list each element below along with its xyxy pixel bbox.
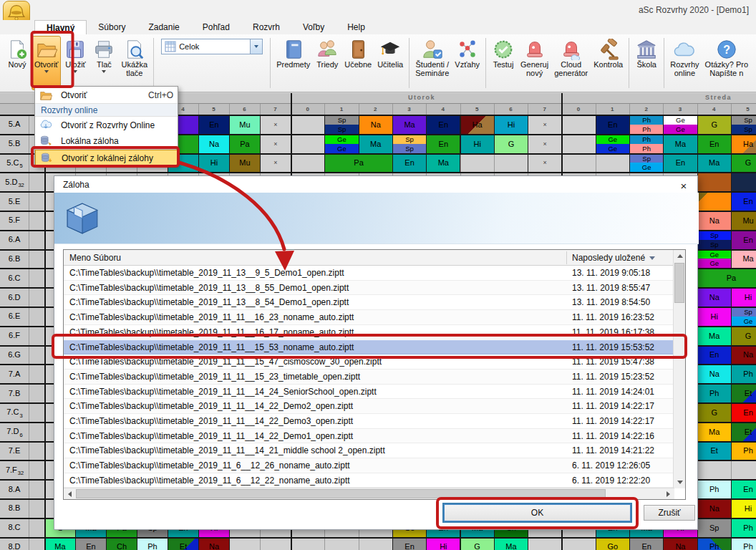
ok-button[interactable]: OK — [444, 504, 631, 521]
menu-item-open-online[interactable]: Otvoriť z Rozvrhy Online — [35, 117, 178, 133]
timetable-cell[interactable]: PhPh — [629, 134, 664, 154]
timetable-cell[interactable]: Et — [168, 537, 199, 550]
scroll-up-icon[interactable] — [674, 250, 686, 262]
timetable-cell[interactable] — [697, 172, 732, 192]
relations-button[interactable]: Vzťahy — [452, 36, 483, 90]
timetable-cell[interactable]: Ha — [731, 134, 756, 154]
tab-hlavný[interactable]: Hlavný — [34, 20, 87, 34]
timetable-cell[interactable]: Ch — [106, 537, 137, 550]
timetable-cell[interactable]: SpGe — [731, 307, 756, 327]
tab-zadanie[interactable]: Zadanie — [137, 20, 190, 34]
timetables-online-button[interactable]: Rozvrhyonline — [667, 36, 702, 90]
timetable-cell[interactable]: × — [528, 153, 562, 173]
timetable-cell[interactable]: Ph — [731, 364, 756, 384]
horizontal-scrollbar[interactable] — [64, 488, 674, 499]
timetable-cell[interactable]: En — [426, 134, 460, 154]
print-preview-button[interactable]: Ukážkatlače — [118, 36, 150, 90]
timetable-cell[interactable]: En — [697, 134, 732, 154]
file-row[interactable]: C:\TimeTables\backup\\timetable_2019_11_… — [64, 385, 674, 400]
cancel-button[interactable]: Zrušiť — [644, 505, 695, 521]
timetable-cell[interactable]: × — [260, 153, 291, 173]
file-row[interactable]: C:\TimeTables\backup\\timetable_2019_11_… — [64, 473, 674, 488]
timetable-cell[interactable]: × — [528, 134, 562, 154]
classes-button[interactable]: Triedy — [313, 36, 341, 90]
timetable-cell[interactable]: × — [260, 134, 291, 154]
timetable-cell[interactable]: En — [731, 402, 756, 423]
file-row[interactable]: C:\TimeTables\backup\\timetable_2019_11_… — [64, 281, 674, 296]
timetable-cell[interactable]: Et — [731, 422, 756, 442]
timetable-cell[interactable]: En — [731, 191, 756, 211]
students-seminars-button[interactable]: Študenti /Semináre — [412, 36, 452, 90]
timetable-cell[interactable]: × — [528, 115, 562, 135]
scroll-right-icon[interactable] — [662, 488, 674, 500]
timetable-cell[interactable]: Ph — [697, 537, 732, 550]
open-button[interactable]: Otvoriť — [32, 36, 61, 90]
scroll-left-icon[interactable] — [64, 488, 76, 500]
print-button[interactable]: Tlač — [89, 36, 118, 90]
timetable-cell[interactable]: Ph — [697, 479, 732, 499]
timetable-cell[interactable]: Pa — [697, 268, 756, 288]
school-button[interactable]: Škola — [632, 36, 661, 90]
timetable-cell[interactable]: G — [494, 134, 528, 154]
timetable-cell[interactable]: En — [663, 153, 697, 173]
timetable-cell[interactable]: Na — [663, 537, 697, 550]
view-select-combobox[interactable]: Celok — [161, 39, 263, 54]
timetable-cell[interactable]: G — [460, 537, 495, 550]
chevron-down-icon[interactable] — [250, 39, 262, 54]
teachers-button[interactable]: Učitelia — [374, 36, 406, 90]
timetable-cell[interactable]: Hi — [731, 287, 756, 307]
timetable-cell[interactable]: Ph — [697, 383, 732, 403]
subjects-button[interactable]: Predmety — [273, 36, 313, 90]
timetable-cell[interactable]: SpSp — [731, 115, 756, 135]
timetable-cell[interactable]: Et — [731, 383, 756, 403]
timetable-cell[interactable]: Ma — [44, 537, 76, 550]
timetable-cell[interactable]: Pa — [229, 134, 261, 154]
timetable-cell[interactable]: Mu — [229, 153, 261, 173]
timetable-cell[interactable]: G — [731, 153, 756, 173]
timetable-cell[interactable]: Na — [359, 115, 393, 135]
timetable-cell[interactable]: G — [697, 402, 732, 423]
timetable-cell[interactable]: En — [731, 479, 756, 499]
timetable-cell[interactable]: Ph — [731, 518, 756, 538]
file-row[interactable]: C:\TimeTables\backup\\timetable_2019_11_… — [64, 399, 674, 414]
close-icon[interactable]: × — [677, 179, 690, 192]
timetable-cell[interactable]: G — [731, 326, 756, 346]
timetable-cell[interactable]: En — [75, 537, 107, 550]
tab-pohľad[interactable]: Pohľad — [191, 20, 241, 34]
timetable-cell[interactable]: Et — [697, 441, 732, 461]
classrooms-button[interactable]: Učebne — [341, 36, 374, 90]
file-row[interactable]: C:\TimeTables\backup\\timetable_2019_11_… — [64, 266, 674, 281]
timetable-cell[interactable]: Go — [596, 537, 630, 550]
tab-voľby[interactable]: Voľby — [291, 20, 336, 34]
sort-desc-icon[interactable] — [649, 256, 655, 260]
timetable-cell[interactable]: Ma — [697, 153, 732, 173]
save-button[interactable]: Uložiť — [61, 36, 89, 90]
timetable-cell[interactable]: Na — [697, 287, 732, 307]
timetable-cell[interactable]: SpSp — [392, 134, 427, 154]
file-row[interactable]: C:\TimeTables\backup\\timetable_2019_11_… — [64, 458, 674, 473]
timetable-cell[interactable]: Ma — [359, 134, 393, 154]
timetable-cell[interactable]: Mu — [229, 115, 261, 135]
timetable-cell[interactable]: Pa — [324, 153, 393, 173]
tab-súbory[interactable]: Súbory — [87, 20, 137, 34]
timetable-cell[interactable]: Mu — [731, 211, 756, 231]
file-row[interactable]: C:\TimeTables\backup\\timetable_2019_11_… — [64, 354, 674, 370]
timetable-cell[interactable]: Ma — [731, 249, 756, 269]
file-row[interactable]: C:\TimeTables\backup\\timetable_2019_11_… — [64, 429, 674, 444]
file-row[interactable]: C:\TimeTables\backup\\timetable_2019_11_… — [64, 310, 674, 325]
timetable-cell[interactable]: GeGe — [697, 249, 732, 269]
file-row[interactable]: C:\TimeTables\backup\\timetable_2019_11_… — [64, 443, 674, 458]
timetable-cell[interactable]: Ha — [460, 115, 495, 135]
timetable-cell[interactable] — [697, 191, 732, 211]
timetable-cell[interactable]: Ma — [392, 115, 427, 135]
timetable-cell[interactable]: Hi — [198, 153, 230, 173]
timetable-cell[interactable]: Na — [697, 364, 732, 384]
timetable-cell[interactable]: SpSp — [697, 230, 732, 250]
list-header[interactable]: Meno Súboru Naposledy uložené — [64, 250, 674, 266]
scroll-down-icon[interactable] — [674, 476, 686, 488]
timetable-cell[interactable]: GeGe — [324, 134, 359, 154]
horizontal-scrollbar-thumb[interactable] — [76, 489, 606, 498]
column-header-file[interactable]: Meno Súboru — [69, 253, 121, 263]
timetable-cell[interactable]: En — [392, 537, 427, 550]
timetable-cell[interactable]: GeGe — [596, 134, 630, 154]
